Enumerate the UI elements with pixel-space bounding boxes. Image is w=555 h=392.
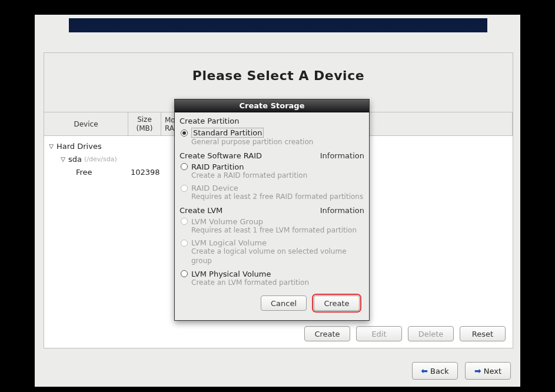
device-path: (/dev/sda): [84, 155, 117, 163]
radio-icon[interactable]: [181, 129, 188, 137]
option-lvm-lv: LVM Logical Volume: [180, 237, 364, 247]
tree-label: Hard Drives: [57, 142, 102, 151]
delete-button[interactable]: Delete: [408, 326, 454, 341]
option-hint: Create a RAID formated partition: [180, 171, 364, 183]
col-size-l1: Size: [137, 115, 152, 124]
option-lvm-pv[interactable]: LVM Physical Volume: [180, 268, 364, 278]
radio-icon[interactable]: [181, 270, 188, 277]
dialog-title: Create Storage: [175, 99, 369, 112]
col-size-l2: (MB): [137, 124, 153, 132]
option-label: LVM Logical Volume: [191, 238, 267, 247]
next-label: Next: [484, 367, 501, 376]
expand-icon[interactable]: ▽: [48, 143, 55, 150]
arrow-right-icon: ➡: [474, 366, 481, 376]
dialog-create-button[interactable]: Create: [314, 295, 360, 311]
raid-info-link[interactable]: Information: [320, 151, 364, 160]
lvm-info-link[interactable]: Information: [320, 206, 364, 215]
create-button[interactable]: Create: [304, 326, 350, 341]
page-title: Please Select A Device: [44, 53, 513, 97]
reset-button[interactable]: Reset: [460, 326, 506, 341]
option-label: Standard Partition: [191, 128, 264, 138]
option-label: RAID Partition: [191, 162, 244, 171]
col-size[interactable]: Size (MB): [128, 112, 161, 135]
next-button[interactable]: ➡ Next: [465, 362, 511, 380]
option-hint: Requires at least 2 free RAID formated p…: [180, 192, 364, 204]
section-label: Create Software RAID: [180, 151, 262, 160]
radio-icon: [181, 240, 188, 247]
edit-button[interactable]: Edit: [356, 326, 402, 341]
option-label: RAID Device: [191, 184, 238, 192]
option-hint: Requires at least 1 free LVM formated pa…: [180, 226, 364, 238]
option-hint: General purpose partition creation: [180, 138, 364, 150]
option-standard-partition[interactable]: Standard Partition: [180, 127, 364, 138]
section-label: Create Partition: [180, 117, 240, 125]
tree-label: Free: [76, 168, 92, 177]
nav-buttons: ⬅ Back ➡ Next: [412, 362, 511, 380]
radio-icon: [181, 218, 188, 225]
section-label: Create LVM: [180, 206, 222, 215]
option-raid-device: RAID Device: [180, 182, 364, 192]
option-raid-partition[interactable]: RAID Partition: [180, 161, 364, 171]
tree-label: sda: [68, 155, 82, 164]
option-label: LVM Volume Group: [191, 217, 263, 226]
action-bar: Create Edit Delete Reset: [304, 326, 506, 341]
radio-icon: [181, 185, 188, 192]
section-create-partition: Create Partition: [180, 115, 364, 127]
option-label: LVM Physical Volume: [191, 270, 271, 278]
option-lvm-vg: LVM Volume Group: [180, 216, 364, 226]
dialog-body: Create Partition Standard Partition Gene…: [175, 112, 369, 320]
option-hint: Create an LVM formated partition: [180, 278, 364, 290]
back-button[interactable]: ⬅ Back: [412, 362, 458, 380]
arrow-left-icon: ⬅: [421, 366, 428, 376]
radio-icon[interactable]: [181, 163, 188, 170]
section-create-raid: Create Software RAID Information: [180, 150, 364, 161]
create-storage-dialog: Create Storage Create Partition Standard…: [174, 99, 370, 321]
free-size: 102398: [128, 168, 161, 177]
dialog-button-row: Cancel Create: [180, 290, 364, 317]
dialog-cancel-button[interactable]: Cancel: [261, 295, 307, 311]
option-hint: Create a logical volume on selected volu…: [180, 247, 364, 268]
installer-window: Please Select A Device ⬉ Device Size (MB…: [35, 15, 520, 387]
back-label: Back: [430, 367, 449, 376]
col-device[interactable]: Device: [44, 112, 128, 135]
section-create-lvm: Create LVM Information: [180, 204, 364, 216]
expand-icon[interactable]: ▽: [59, 156, 67, 162]
header-band: [69, 18, 487, 32]
